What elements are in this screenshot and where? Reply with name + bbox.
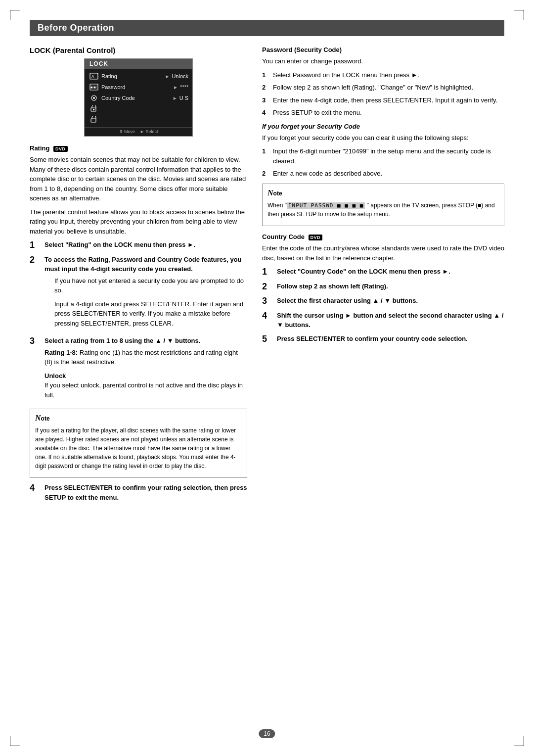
left-step-2-content: To access the Rating, Password and Count… bbox=[44, 255, 247, 332]
cc-step-5: 5 Press SELECT/ENTER to confirm your cou… bbox=[262, 334, 504, 345]
password-heading-text: Password (Security Code) bbox=[262, 46, 342, 53]
forget-body: If you forget your security code you can… bbox=[262, 133, 504, 143]
svg-text:▶: ▶ bbox=[93, 108, 95, 111]
pw-step-4-num: 4 bbox=[262, 108, 271, 118]
lock-menu-value-password: **** bbox=[180, 84, 188, 90]
svg-point-6 bbox=[93, 97, 95, 99]
content-area: LOCK (Parental Control) LOCK A Rating ► … bbox=[30, 46, 504, 506]
forget-heading: If you forget your Security Code bbox=[262, 123, 504, 130]
left-step-1: 1 Select "Rating" on the LOCK menu then … bbox=[30, 240, 247, 251]
lock-menu-arrow-password: ► bbox=[173, 85, 178, 90]
left-step-3-bold: Rating 1-8: bbox=[44, 349, 78, 356]
lock-menu-icon-password: ■ ■ bbox=[89, 83, 99, 92]
forget-step-1-content: Input the 6-digit number "210499" in the… bbox=[273, 146, 504, 166]
lock-section-heading: LOCK (Parental Control) bbox=[30, 46, 247, 54]
lock-menu-arrow-rating: ► bbox=[165, 74, 170, 79]
pw-step-2-content: Follow step 2 as shown left (Rating). "C… bbox=[273, 83, 504, 93]
forget-step-2-content: Enter a new code as described above. bbox=[273, 169, 504, 179]
cc-step-4: 4 Shift the cursor using ► button and se… bbox=[262, 311, 504, 330]
lock-menu-value-countrycode: U S bbox=[179, 95, 188, 101]
left-step-4: 4 Press SELECT/ENTER to confirm your rat… bbox=[30, 483, 247, 502]
corner-mark-bl bbox=[10, 736, 20, 746]
cc-step-4-content: Shift the cursor using ► button and sele… bbox=[277, 311, 504, 330]
forget-step-2: 2 Enter a new code as described above. bbox=[262, 169, 504, 179]
corner-mark-tl bbox=[10, 10, 20, 20]
password-heading: Password (Security Code) bbox=[262, 46, 504, 53]
left-step-4-content: Press SELECT/ENTER to confirm your ratin… bbox=[44, 483, 247, 502]
pw-step-2-num: 2 bbox=[262, 83, 271, 93]
pw-step-1-content: Select Password on the LOCK menu then pr… bbox=[273, 70, 504, 80]
right-note-N-icon: N bbox=[267, 189, 273, 197]
right-note-before: When " bbox=[267, 202, 287, 209]
country-body: Enter the code of the country/area whose… bbox=[262, 243, 504, 263]
left-column: LOCK (Parental Control) LOCK A Rating ► … bbox=[30, 46, 247, 506]
lock-menu-label-password: Password bbox=[101, 84, 171, 90]
cc-step-4-text: Shift the cursor using ► button and sele… bbox=[277, 312, 503, 329]
cc-step-5-text: Press SELECT/ENTER to confirm your count… bbox=[277, 335, 468, 342]
rating-body-2: The parental control feature allows you … bbox=[30, 207, 247, 236]
cc-step-2-text: Follow step 2 as shown left (Rating). bbox=[277, 283, 388, 290]
left-step-3-desc: Rating 1-8: Rating one (1) has the most … bbox=[44, 348, 247, 367]
rating-heading: Rating DVD bbox=[30, 144, 247, 152]
cc-step-3-content: Select the first character using ▲ / ▼ b… bbox=[277, 296, 504, 307]
svg-text:A: A bbox=[91, 74, 94, 79]
cc-step-5-content: Press SELECT/ENTER to confirm your count… bbox=[277, 334, 504, 345]
right-note-box: Note When "INPUT PASSWD ■ ■ ■ ■ " appear… bbox=[262, 184, 504, 227]
lock-menu-icon2 bbox=[89, 115, 99, 124]
lock-menu-arrow-countrycode: ► bbox=[173, 95, 178, 101]
right-note-body: When "INPUT PASSWD ■ ■ ■ ■ " appears on … bbox=[267, 201, 499, 219]
left-note-body: If you set a rating for the player, all … bbox=[35, 426, 242, 471]
cc-step-2-num: 2 bbox=[262, 282, 274, 292]
rating-heading-text: Rating bbox=[30, 144, 49, 152]
svg-text:■ ■: ■ ■ bbox=[90, 86, 95, 89]
country-dvd-badge: DVD bbox=[309, 235, 323, 240]
cc-step-3-num: 3 bbox=[262, 296, 274, 307]
pw-step-1-num: 1 bbox=[262, 70, 271, 80]
right-note-mono: INPUT PASSWD ■ ■ ■ ■ bbox=[287, 202, 365, 209]
page: Before Operation LOCK (Parental Control)… bbox=[0, 0, 534, 756]
forget-step-1: 1 Input the 6-digit number "210499" in t… bbox=[262, 146, 504, 166]
country-heading: Country Code DVD bbox=[262, 233, 504, 240]
cc-step-4-num: 4 bbox=[262, 311, 274, 330]
lock-menu-value-rating: Unlock bbox=[172, 73, 188, 79]
lock-menu-icon-rating: A bbox=[89, 72, 99, 81]
password-body: You can enter or change password. bbox=[262, 56, 504, 66]
note-N-icon: N bbox=[35, 414, 41, 422]
cc-step-1: 1 Select "Country Code" on the LOCK menu… bbox=[262, 267, 504, 278]
left-step-1-num: 1 bbox=[30, 240, 42, 251]
left-step-2-sub: If you have not yet entered a security c… bbox=[44, 276, 247, 295]
corner-mark-tr bbox=[514, 10, 524, 20]
lock-menu-label-countrycode: Country Code bbox=[101, 95, 171, 101]
cc-step-1-content: Select "Country Code" on the LOCK menu t… bbox=[277, 267, 504, 278]
pw-step-2: 2 Follow step 2 as shown left (Rating). … bbox=[262, 83, 504, 93]
left-step-2: 2 To access the Rating, Password and Cou… bbox=[30, 255, 247, 332]
left-step-1-content: Select "Rating" on the LOCK menu then pr… bbox=[44, 240, 247, 251]
lock-menu-row-rating: A Rating ► Unlock bbox=[85, 71, 192, 82]
lock-menu-row-icon2 bbox=[85, 114, 192, 125]
left-step-3-content: Select a rating from 1 to 8 using the ▲ … bbox=[44, 336, 247, 404]
forget-step-1-num: 1 bbox=[262, 146, 271, 166]
pw-step-4: 4 Press SETUP to exit the menu. bbox=[262, 108, 504, 118]
cc-step-5-num: 5 bbox=[262, 334, 274, 345]
pw-step-3: 3 Enter the new 4-digit code, then press… bbox=[262, 95, 504, 105]
pw-step-1: 1 Select Password on the LOCK menu then … bbox=[262, 70, 504, 80]
left-note-box: Note If you set a rating for the player,… bbox=[30, 409, 247, 478]
note-title: ote bbox=[41, 415, 50, 422]
corner-mark-br bbox=[514, 736, 524, 746]
left-step-4-num: 4 bbox=[30, 483, 42, 502]
left-step-3: 3 Select a rating from 1 to 8 using the … bbox=[30, 336, 247, 404]
left-step-2-num: 2 bbox=[30, 255, 42, 332]
left-step-3-text: Select a rating from 1 to 8 using the ▲ … bbox=[44, 337, 200, 344]
rating-body-1: Some movies contain scenes that may not … bbox=[30, 155, 247, 203]
header-title: Before Operation bbox=[38, 23, 114, 33]
right-column: Password (Security Code) You can enter o… bbox=[262, 46, 504, 506]
page-header: Before Operation bbox=[30, 20, 504, 36]
pw-step-3-num: 3 bbox=[262, 95, 271, 105]
cc-step-3-text: Select the first character using ▲ / ▼ b… bbox=[277, 297, 418, 304]
left-step-2-text: To access the Rating, Password and Count… bbox=[44, 256, 242, 273]
left-step-4-text: Press SELECT/ENTER to confirm your ratin… bbox=[44, 484, 247, 501]
lock-menu-row-icon1: ▶ bbox=[85, 103, 192, 114]
lock-menu-title: LOCK bbox=[85, 59, 192, 69]
lock-menu-image: LOCK A Rating ► Unlock ■ ■ Password ► bbox=[84, 58, 193, 137]
cc-step-1-text: Select "Country Code" on the LOCK menu t… bbox=[277, 268, 450, 275]
